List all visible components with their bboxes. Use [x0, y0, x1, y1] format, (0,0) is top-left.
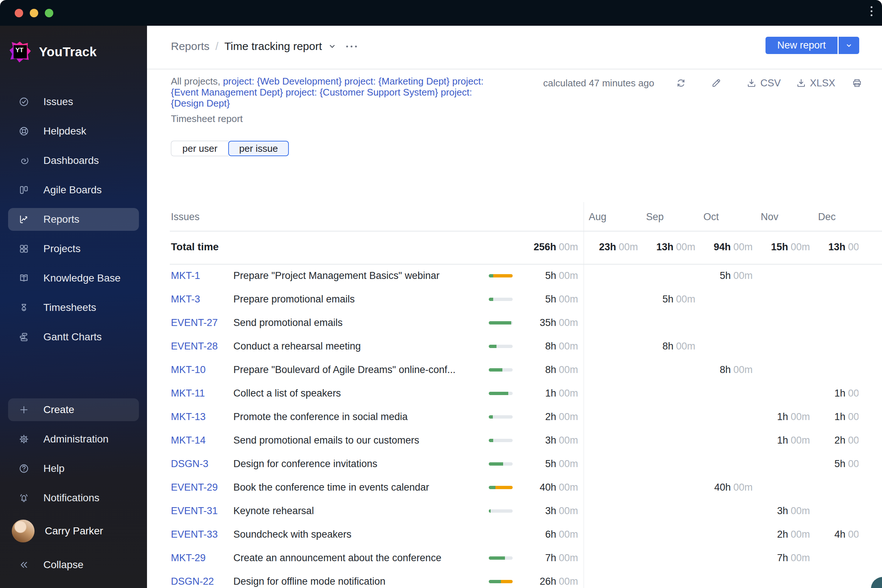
sidebar-item-timesheets[interactable]: Timesheets — [0, 293, 147, 322]
time-value: 00m — [848, 388, 858, 399]
sidebar-item-help[interactable]: Help — [0, 454, 147, 483]
issue-id-link[interactable]: MKT-1 — [171, 264, 200, 287]
brand[interactable]: YT YouTrack — [9, 41, 97, 63]
time-value: 5h — [720, 270, 730, 281]
sidebar-item-reports[interactable]: Reports — [0, 205, 147, 234]
chevron-down-icon[interactable] — [328, 42, 337, 51]
sidebar-item-knowledge-base[interactable]: Knowledge Base — [0, 264, 147, 293]
month-cell — [641, 452, 698, 476]
zoom-button[interactable] — [45, 9, 53, 17]
table-row[interactable]: MKT-14Send promotional emails to our cus… — [147, 429, 882, 452]
issue-id-link[interactable]: EVENT-27 — [171, 311, 218, 334]
month-cells: 8h00m — [584, 358, 858, 381]
window-menu-icon[interactable] — [871, 6, 873, 16]
issue-id-link[interactable]: MKT-29 — [171, 546, 206, 570]
issue-id-link[interactable]: EVENT-33 — [171, 523, 218, 546]
issue-id-link[interactable]: MKT-3 — [171, 287, 200, 311]
month-cell — [641, 311, 698, 334]
month-cell — [756, 476, 813, 499]
close-button[interactable] — [15, 9, 23, 17]
issue-id-link[interactable]: MKT-13 — [171, 405, 206, 429]
report-menu-icon[interactable] — [346, 46, 357, 47]
main-content: Reports / Time tracking report New repor… — [147, 26, 882, 588]
sidebar-item-helpdesk[interactable]: Helpdesk — [0, 117, 147, 146]
table-row[interactable]: EVENT-28Conduct a rehearsal meeting8h00m… — [147, 334, 882, 358]
edit-icon[interactable] — [711, 78, 722, 88]
table-row[interactable]: MKT-13Promote the conference in social m… — [147, 405, 882, 429]
sidebar-item-notifications[interactable]: Notifications — [0, 483, 147, 513]
issue-id-link[interactable]: EVENT-31 — [171, 499, 218, 523]
month-column-header: Aug — [584, 205, 641, 229]
table-row[interactable]: MKT-29Create an announcement about the c… — [147, 546, 882, 570]
month-cell — [584, 381, 641, 405]
issue-summary: Prepare "Boulevard of Agile Dreams" onli… — [233, 358, 485, 381]
new-report-button[interactable]: New report — [765, 37, 837, 54]
month-cell — [698, 523, 756, 546]
sidebar-item-gantt-charts[interactable]: Gantt Charts — [0, 322, 147, 352]
month-cell — [756, 452, 813, 476]
sidebar-item-projects[interactable]: Projects — [0, 234, 147, 264]
month-cell: 7h00m — [756, 546, 813, 570]
total-time-value: 256h00m — [468, 235, 578, 259]
time-value: 5h — [662, 294, 673, 304]
month-cell — [641, 405, 698, 429]
new-report-dropdown-button[interactable] — [838, 37, 859, 54]
issue-id-link[interactable]: MKT-11 — [171, 381, 205, 405]
time-value: 1h — [545, 388, 556, 399]
table-row[interactable]: EVENT-27Send promotional emails35h00m — [147, 311, 882, 334]
filter-prefix: All projects, — [171, 76, 220, 87]
window-titlebar — [0, 0, 882, 26]
sidebar-item-label: Gantt Charts — [44, 331, 102, 343]
time-value: 5h — [545, 294, 556, 304]
month-cell — [756, 287, 813, 311]
spent-time: 5h00m — [468, 452, 578, 476]
youtrack-logo-icon: YT — [9, 41, 31, 63]
create-button[interactable]: Create — [8, 398, 139, 421]
table-row[interactable]: MKT-11Collect a list of speakers1h00m1h0… — [147, 381, 882, 405]
issue-id-link[interactable]: DSGN-22 — [171, 570, 214, 588]
print-icon[interactable] — [852, 78, 862, 88]
month-cell: 2h00m — [813, 429, 858, 452]
page-title[interactable]: Time tracking report — [224, 40, 322, 52]
table-row[interactable]: EVENT-33Soundcheck with speakers6h00m2h0… — [147, 523, 882, 546]
breadcrumb-reports-link[interactable]: Reports — [171, 40, 210, 52]
table-row[interactable]: MKT-10Prepare "Boulevard of Agile Dreams… — [147, 358, 882, 381]
issue-id-link[interactable]: EVENT-28 — [171, 334, 218, 358]
issue-id-link[interactable]: EVENT-29 — [171, 476, 218, 499]
time-value: 00m — [559, 529, 578, 540]
month-cell — [698, 429, 756, 452]
table-row[interactable]: EVENT-31Keynote rehearsal3h00m3h00m — [147, 499, 882, 523]
sidebar-item-issues[interactable]: Issues — [0, 87, 147, 117]
export-csv-button[interactable]: CSV — [746, 78, 781, 89]
table-row[interactable]: EVENT-29Book the conference time in even… — [147, 476, 882, 499]
collapse-button[interactable]: Collapse — [0, 552, 147, 578]
sidebar-item-agile-boards[interactable]: Agile Boards — [0, 175, 147, 205]
export-xlsx-button[interactable]: XLSX — [796, 78, 836, 89]
month-cell — [584, 523, 641, 546]
table-row[interactable]: MKT-1Prepare "Project Management Basics"… — [147, 264, 882, 287]
per-user-tab[interactable]: per user — [171, 141, 229, 156]
month-cells: 1h00m1h00m — [584, 405, 858, 429]
issue-id-link[interactable]: MKT-14 — [171, 429, 206, 452]
user-name: Carry Parker — [45, 525, 103, 537]
spent-time: 5h00m — [468, 264, 578, 287]
minimize-button[interactable] — [30, 9, 38, 17]
per-issue-tab[interactable]: per issue — [228, 141, 289, 156]
table-row[interactable]: DSGN-22Design for offline mode notificat… — [147, 570, 882, 588]
month-cell: 1h00m — [813, 405, 858, 429]
table-row[interactable]: DSGN-3Design for conference invitations5… — [147, 452, 882, 476]
issue-id-link[interactable]: MKT-10 — [171, 358, 206, 381]
month-cell — [584, 358, 641, 381]
issue-summary: Design for conference invitations — [233, 452, 485, 476]
user-menu[interactable]: Carry Parker — [0, 518, 147, 544]
sidebar-item-administration[interactable]: Administration — [0, 424, 147, 454]
issue-id-link[interactable]: DSGN-3 — [171, 452, 208, 476]
sidebar-item-dashboards[interactable]: Dashboards — [0, 146, 147, 175]
refresh-icon[interactable] — [675, 78, 687, 88]
table-row[interactable]: MKT-3Prepare promotional emails5h00m5h00… — [147, 287, 882, 311]
month-cell — [698, 405, 756, 429]
month-column-header: Dec — [813, 205, 858, 229]
gantt-charts-icon — [18, 332, 29, 342]
month-cell — [584, 476, 641, 499]
month-total-cell: 13h00m — [813, 235, 858, 259]
